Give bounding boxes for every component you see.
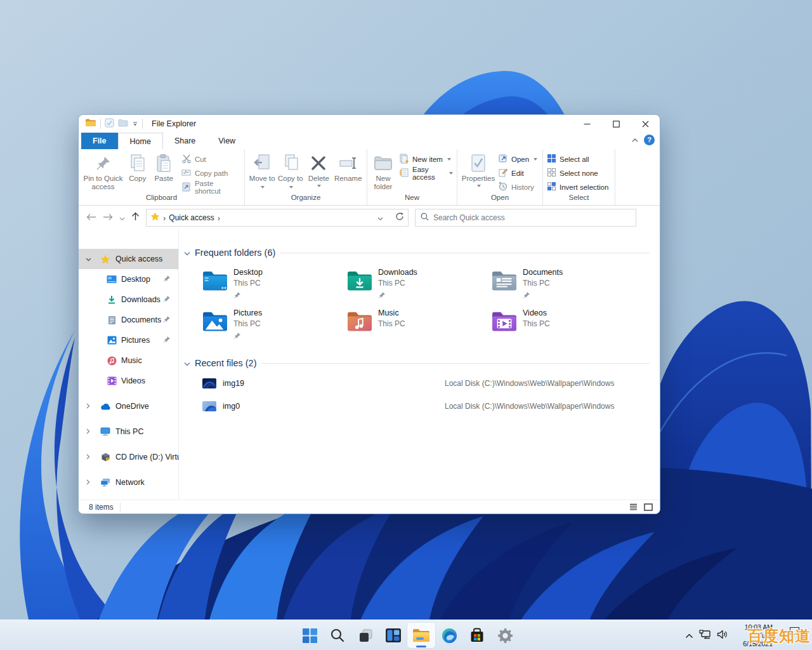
chevron-down-icon[interactable] <box>84 255 93 263</box>
details-view-icon[interactable] <box>627 501 639 513</box>
tab-share[interactable]: Share <box>163 133 207 149</box>
address-dropdown-icon[interactable] <box>377 212 383 223</box>
invert-selection-button[interactable]: Invert selection <box>547 182 608 192</box>
folder-tile-name: Downloads <box>378 268 417 277</box>
history-button[interactable]: History <box>498 182 537 192</box>
easy-access-icon <box>399 168 409 179</box>
collapse-section-icon[interactable] <box>184 247 190 258</box>
edge-icon <box>442 628 457 644</box>
task-view-button[interactable] <box>351 623 379 648</box>
sidebar-item-music[interactable]: Music <box>79 350 178 371</box>
chevron-right-icon[interactable] <box>84 478 93 487</box>
divider <box>120 503 121 512</box>
move-to-button[interactable]: Move to <box>249 151 276 191</box>
recent-files-header[interactable]: Recent files (2) <box>195 358 257 368</box>
select-all-button[interactable]: Select all <box>547 154 608 164</box>
frequent-folders-header[interactable]: Frequent folders (6) <box>195 248 275 258</box>
qat-customize-dropdown-icon[interactable] <box>132 118 138 129</box>
sidebar-item-label: Videos <box>121 376 145 385</box>
breadcrumb-quick-access[interactable]: Quick access <box>169 213 214 222</box>
properties-button[interactable]: Properties <box>461 151 495 188</box>
start-button[interactable] <box>296 623 324 648</box>
chevron-right-icon[interactable] <box>84 402 93 411</box>
help-icon[interactable]: ? <box>644 135 655 145</box>
sidebar-item-this-pc[interactable]: This PC <box>79 421 178 442</box>
back-icon[interactable] <box>86 212 96 223</box>
pin-to-quick-access-button[interactable]: Pin to Quick access <box>82 151 124 191</box>
recent-file-row[interactable]: img0 Local Disk (C:)\Windows\Web\Wallpap… <box>179 397 660 419</box>
search-input[interactable] <box>433 213 631 222</box>
titlebar[interactable]: File Explorer <box>79 115 660 133</box>
collapse-ribbon-icon[interactable] <box>631 134 639 145</box>
copy-button[interactable]: Copy <box>125 151 150 183</box>
network-tray-icon[interactable] <box>699 630 711 642</box>
forward-icon[interactable] <box>103 212 113 223</box>
qat-new-folder-icon[interactable] <box>118 118 128 129</box>
copy-to-button[interactable]: Copy to <box>277 151 304 191</box>
easy-access-button[interactable]: Easy access <box>399 168 453 178</box>
select-none-button[interactable]: Select none <box>547 168 608 178</box>
cut-button[interactable]: Cut <box>181 154 240 164</box>
sidebar-item-documents[interactable]: Documents <box>79 310 178 330</box>
up-icon[interactable] <box>131 212 140 223</box>
select-all-icon <box>547 154 556 164</box>
maximize-button[interactable] <box>601 115 631 133</box>
new-item-button[interactable]: New item <box>399 154 453 164</box>
settings-taskbar-button[interactable] <box>491 623 519 648</box>
folder-tile-downloads[interactable]: Downloads This PC <box>346 268 486 303</box>
paste-shortcut-button[interactable]: Paste shortcut <box>181 182 240 192</box>
folder-tile-videos[interactable]: Videos This PC <box>491 308 631 344</box>
edge-taskbar-button[interactable] <box>435 623 463 648</box>
breadcrumb-chevron-icon[interactable]: › <box>218 213 220 223</box>
sidebar-item-pictures[interactable]: Pictures <box>79 330 178 350</box>
store-taskbar-button[interactable] <box>463 623 491 648</box>
widgets-button[interactable] <box>379 623 407 648</box>
minimize-button[interactable] <box>572 115 601 133</box>
large-icons-view-icon[interactable] <box>642 501 655 513</box>
dropdown-icon <box>534 158 537 162</box>
recent-file-row[interactable]: img19 Local Disk (C:)\Windows\Web\Wallpa… <box>179 375 660 396</box>
sidebar-item-desktop[interactable]: Desktop <box>79 269 178 289</box>
items-count: 8 items <box>79 503 114 512</box>
tray-chevron-up-icon[interactable] <box>685 630 693 641</box>
volume-tray-icon[interactable] <box>717 630 728 642</box>
file-explorer-taskbar-button[interactable] <box>407 623 435 648</box>
sidebar-item-network[interactable]: Network <box>79 472 178 493</box>
folder-tile-music[interactable]: Music This PC <box>346 308 486 344</box>
paste-button[interactable]: Paste <box>151 151 176 183</box>
sidebar-item-quick-access[interactable]: Quick access <box>79 249 178 269</box>
sidebar-item-onedrive[interactable]: OneDrive <box>79 396 178 416</box>
breadcrumb-chevron-icon[interactable]: › <box>163 213 166 223</box>
new-folder-button[interactable]: New folder <box>371 151 395 191</box>
collapse-section-icon[interactable] <box>184 357 190 369</box>
folder-tile-documents[interactable]: Documents This PC <box>491 268 631 303</box>
edit-button[interactable]: Edit <box>498 168 537 178</box>
pin-icon <box>378 290 386 302</box>
sidebar-item-downloads[interactable]: Downloads <box>79 289 178 310</box>
open-icon <box>498 154 508 165</box>
sidebar-item-cd-drive[interactable]: CD Drive (D:) Virtuall <box>79 447 178 467</box>
address-bar[interactable]: › Quick access › <box>146 209 409 227</box>
items-view: Frequent folders (6) Desktop This PC <box>179 230 660 501</box>
divider <box>100 119 101 129</box>
rename-button[interactable]: Rename <box>334 151 363 183</box>
tab-file[interactable]: File <box>81 133 118 149</box>
delete-button[interactable]: Delete <box>305 151 332 188</box>
close-button[interactable] <box>631 115 660 133</box>
qat-properties-icon[interactable] <box>105 118 114 130</box>
sidebar-item-videos[interactable]: Videos <box>79 371 178 391</box>
refresh-icon[interactable] <box>395 212 404 223</box>
desktop-folder-icon <box>202 269 228 295</box>
copy-path-button[interactable]: Copy path <box>181 168 240 178</box>
open-button[interactable]: Open <box>498 154 537 164</box>
pin-icon <box>523 290 530 302</box>
tab-home[interactable]: Home <box>118 133 163 149</box>
chevron-right-icon[interactable] <box>84 427 93 436</box>
folder-tile-desktop[interactable]: Desktop This PC <box>202 268 341 303</box>
tab-view[interactable]: View <box>207 133 247 149</box>
folder-tile-pictures[interactable]: Pictures This PC <box>202 308 341 344</box>
chevron-right-icon[interactable] <box>84 453 93 461</box>
search-box[interactable] <box>415 209 636 227</box>
recent-locations-icon[interactable] <box>119 212 125 223</box>
search-button[interactable] <box>324 623 351 648</box>
